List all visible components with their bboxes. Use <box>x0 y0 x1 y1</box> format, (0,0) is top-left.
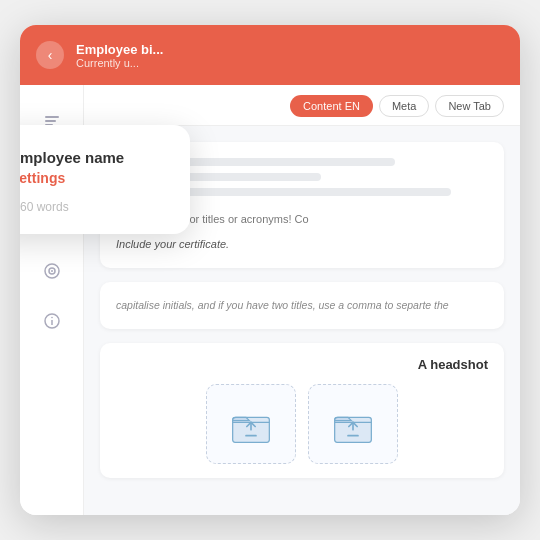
headshot-section: A headshot <box>100 343 504 478</box>
section-card-2: capitalise initials, and if you have two… <box>100 282 504 329</box>
floating-card-settings[interactable]: Settings <box>20 170 170 186</box>
tab-content-en[interactable]: Content EN <box>290 95 373 117</box>
sidebar-icon-target[interactable] <box>36 255 68 287</box>
section-text-2: capitalise initials, and if you have two… <box>116 298 488 313</box>
header-bar: ‹ Employee bi... Currently u... <box>20 25 520 85</box>
tab-new[interactable]: New Tab <box>435 95 504 117</box>
svg-point-11 <box>51 317 53 319</box>
back-arrow-icon: ‹ <box>48 48 53 62</box>
upload-box-2[interactable] <box>308 384 398 464</box>
svg-rect-0 <box>45 116 59 118</box>
tabs-row: Content EN Meta New Tab <box>84 85 520 126</box>
section-subtext-1: Include your certificate. <box>116 236 488 253</box>
headshot-images <box>116 384 488 464</box>
back-button[interactable]: ‹ <box>36 41 64 69</box>
main-area: Content EN Meta New Tab ... <box>20 85 520 515</box>
sidebar-icon-info[interactable] <box>36 305 68 337</box>
header-text-group: Employee bi... Currently u... <box>76 42 163 69</box>
svg-rect-1 <box>45 120 56 122</box>
app-frame: ‹ Employee bi... Currently u... <box>20 25 520 515</box>
header-subtitle: Currently u... <box>76 57 163 69</box>
tab-meta[interactable]: Meta <box>379 95 429 117</box>
header-title: Employee bi... <box>76 42 163 57</box>
floating-card-employee-name: Employee name <box>20 149 170 166</box>
svg-point-8 <box>51 270 53 272</box>
headshot-title: A headshot <box>116 357 488 372</box>
upload-box-1[interactable] <box>206 384 296 464</box>
floating-card: Employee name Settings 0/60 words <box>20 125 190 234</box>
floating-card-words: 0/60 words <box>20 200 170 214</box>
